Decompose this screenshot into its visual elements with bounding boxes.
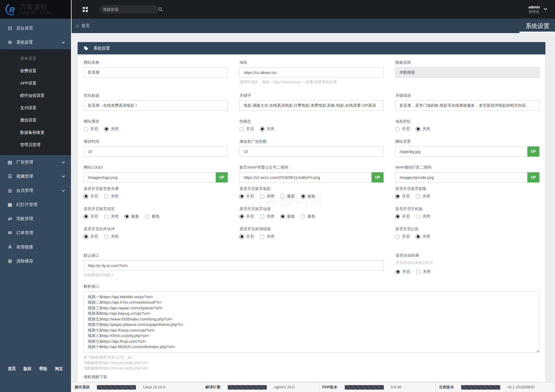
breadcrumb[interactable]: ⌂ 首页 xyxy=(76,23,90,29)
radio-option[interactable]: 关闭 xyxy=(416,214,430,219)
site-bg-input[interactable] xyxy=(395,146,527,157)
parse-api-textarea[interactable]: 线路一$https://api.bbbbbb.me/jx/?url= 线路二$h… xyxy=(84,291,539,353)
radio-option[interactable]: 关闭 xyxy=(104,194,119,199)
radio-option[interactable]: 最新 xyxy=(280,194,295,199)
radio-icon[interactable] xyxy=(395,127,400,131)
radio-option[interactable]: 开启 xyxy=(239,234,254,239)
logo-input[interactable] xyxy=(84,172,216,182)
radio-option[interactable]: 关闭 xyxy=(104,126,119,132)
radio-option[interactable]: 最新 xyxy=(125,214,139,219)
footer-link-home[interactable]: 首页 xyxy=(8,366,16,372)
radio-option[interactable]: 开启 xyxy=(239,194,254,199)
radio-option[interactable]: 关闭 xyxy=(260,194,274,199)
radio-option[interactable]: 开启 xyxy=(84,126,98,132)
radio-option[interactable]: 关闭 xyxy=(260,126,274,132)
radio-icon[interactable] xyxy=(239,194,244,199)
sidebar-item-dashboard[interactable]: ⊡ 后台首页 xyxy=(0,21,71,35)
radio-option[interactable]: 最热 xyxy=(145,214,159,219)
submenu-item-payment[interactable]: 支付设置 xyxy=(0,102,71,114)
domain-input[interactable] xyxy=(239,67,384,78)
user-menu[interactable]: admin 管理员 xyxy=(529,5,547,14)
reward-qr-upload-button[interactable]: UP xyxy=(527,172,539,182)
sidebar-item-system-settings[interactable]: ⧉ 系统设置 xyxy=(0,35,71,49)
template-select[interactable]: 米酷模板 xyxy=(395,67,539,78)
radio-option[interactable]: 开启 xyxy=(395,234,410,239)
default-api-input[interactable] xyxy=(84,260,384,271)
radio-option[interactable]: 开启 xyxy=(395,126,410,132)
radio-icon[interactable] xyxy=(239,127,244,131)
radio-icon[interactable] xyxy=(260,214,264,219)
radio-option[interactable]: 最新 xyxy=(280,214,295,219)
search-input[interactable] xyxy=(103,7,156,12)
sidebar-item-orders[interactable]: ✉ 订单管理 xyxy=(0,226,71,240)
cache-time-input[interactable] xyxy=(84,146,228,157)
radio-icon[interactable] xyxy=(416,234,420,239)
radio-option[interactable]: 关闭 xyxy=(104,234,119,239)
radio-option[interactable]: 关闭 xyxy=(416,126,430,132)
radio-option[interactable]: 最热 xyxy=(301,194,315,199)
brand-logo[interactable]: R 刀客源码 DKEWL.COM xyxy=(0,0,71,19)
radio-icon[interactable] xyxy=(104,194,109,199)
radio-option[interactable]: 开启 xyxy=(239,126,254,132)
logo-upload-button[interactable]: UP xyxy=(216,172,228,182)
radio-option[interactable]: 关闭 xyxy=(260,234,274,239)
radio-icon[interactable] xyxy=(260,234,264,239)
footer-link-taobao[interactable]: 淘宝 xyxy=(55,366,63,372)
radio-icon[interactable] xyxy=(395,234,400,239)
radio-icon[interactable] xyxy=(416,127,420,131)
search-icon[interactable] xyxy=(158,7,163,12)
radio-option[interactable]: 开启 xyxy=(396,269,410,274)
site-name-input[interactable] xyxy=(84,67,228,78)
sidebar-item-slides[interactable]: ▦ 幻灯片管理 xyxy=(0,198,71,212)
radio-icon[interactable] xyxy=(239,234,244,239)
sidebar-item-friend-links[interactable]: A 友情链接 xyxy=(0,240,71,254)
footer-link-help[interactable]: 帮助 xyxy=(39,366,47,372)
radio-icon[interactable] xyxy=(416,194,420,199)
radio-option[interactable]: 开启 xyxy=(84,194,98,199)
radio-icon[interactable] xyxy=(396,270,400,274)
radio-icon[interactable] xyxy=(104,214,109,219)
popup-qr-upload-button[interactable]: UP xyxy=(372,172,384,182)
radio-icon[interactable] xyxy=(301,214,305,219)
radio-icon[interactable] xyxy=(280,214,285,219)
radio-option[interactable]: 关闭 xyxy=(416,234,430,239)
radio-icon[interactable] xyxy=(260,127,264,131)
description-input[interactable] xyxy=(395,100,539,111)
radio-icon[interactable] xyxy=(84,127,88,131)
ad-seconds-input[interactable] xyxy=(239,146,384,157)
footer-link-copyright[interactable]: 版权 xyxy=(23,366,32,372)
radio-option[interactable]: 关闭 xyxy=(416,269,430,274)
keywords-input[interactable] xyxy=(239,100,384,111)
radio-option[interactable]: 开启 xyxy=(84,214,98,219)
reward-qr-input[interactable] xyxy=(395,172,527,182)
radio-option[interactable]: 关闭 xyxy=(260,214,274,219)
radio-icon[interactable] xyxy=(104,234,109,239)
radio-option[interactable]: 关闭 xyxy=(104,214,119,219)
submenu-item-basic[interactable]: 基本设置 xyxy=(0,52,71,65)
grid-menu-icon[interactable] xyxy=(83,7,88,12)
submenu-item-wechat[interactable]: 微信设置 xyxy=(0,114,71,126)
popup-qr-input[interactable] xyxy=(239,172,372,182)
radio-icon[interactable] xyxy=(84,234,88,239)
submenu-item-mail-sms[interactable]: 邮件短信设置 xyxy=(0,89,71,102)
radio-icon[interactable] xyxy=(104,127,109,131)
sidebar-item-videos[interactable]: ☰ 视频管理 xyxy=(0,169,71,183)
radio-icon[interactable] xyxy=(260,194,264,199)
radio-icon[interactable] xyxy=(280,194,285,199)
radio-option[interactable]: 开启 xyxy=(395,214,410,219)
seo-title-input[interactable] xyxy=(84,100,228,111)
radio-option[interactable]: 最热 xyxy=(301,214,315,219)
radio-icon[interactable] xyxy=(125,214,129,219)
radio-icon[interactable] xyxy=(395,194,400,199)
site-bg-upload-button[interactable]: UP xyxy=(527,146,539,157)
radio-option[interactable]: 关闭 xyxy=(416,194,430,199)
radio-icon[interactable] xyxy=(416,214,420,219)
sidebar-item-ads[interactable]: ▤ 广告管理 xyxy=(0,155,71,169)
sidebar-item-members[interactable]: ◎ 会员管理 xyxy=(0,183,71,198)
radio-option[interactable]: 开启 xyxy=(239,214,254,219)
sidebar-item-navigation[interactable]: ⇄ 导航管理 xyxy=(0,212,71,226)
radio-icon[interactable] xyxy=(145,214,150,219)
submenu-item-admins[interactable]: 管理员管理 xyxy=(0,139,71,151)
radio-option[interactable]: 开启 xyxy=(84,234,98,239)
radio-icon[interactable] xyxy=(84,194,88,199)
